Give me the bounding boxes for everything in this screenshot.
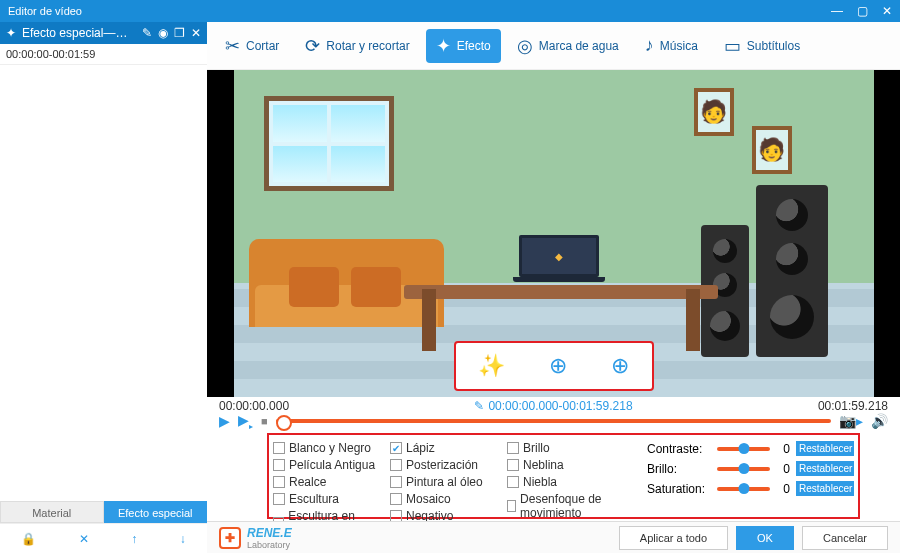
effect-checkbox[interactable]: Película Antigua: [273, 458, 390, 472]
lock-icon[interactable]: 🔒: [21, 532, 36, 546]
checkbox-icon: [273, 459, 285, 471]
toolbar-watermark[interactable]: ◎Marca de agua: [507, 29, 629, 63]
clip-timecode: 00:00:00-00:01:59: [0, 44, 207, 65]
contrast-label: Contraste:: [647, 442, 711, 456]
stop-button[interactable]: ■: [261, 415, 268, 427]
time-range: 00:00:00.000-00:01:59.218: [488, 399, 632, 413]
timeline: 00:00:00.000 ✎00:00:00.000-00:01:59.218 …: [207, 397, 900, 431]
play-range-button[interactable]: ▶▸: [238, 412, 253, 431]
effect-checkbox[interactable]: Niebla: [507, 475, 624, 489]
contrast-slider[interactable]: [717, 447, 770, 451]
effect-label: Blanco y Negro: [289, 441, 371, 455]
marker-button[interactable]: ⊕: [611, 353, 629, 379]
move-down-icon[interactable]: ↓: [180, 532, 186, 546]
edit-range-icon[interactable]: ✎: [474, 399, 484, 413]
cut-icon: ✂: [225, 35, 240, 57]
copy-icon[interactable]: ❐: [174, 26, 185, 40]
effect-label: Niebla: [523, 475, 557, 489]
ok-button[interactable]: OK: [736, 526, 794, 550]
effect-label: Desenfoque de movimiento: [520, 492, 624, 520]
checkbox-icon: [507, 500, 516, 512]
effect-checkbox[interactable]: Realce: [273, 475, 390, 489]
brightness-slider[interactable]: [717, 467, 770, 471]
visibility-icon[interactable]: ◉: [158, 26, 168, 40]
delete-icon[interactable]: ✕: [191, 26, 201, 40]
effect-label: Pintura al óleo: [406, 475, 483, 489]
effect-checkbox[interactable]: Brillo: [507, 441, 624, 455]
play-button[interactable]: ▶: [219, 413, 230, 429]
brightness-value: 0: [776, 462, 790, 476]
wand-icon: ✦: [6, 26, 16, 40]
brightness-reset-button[interactable]: Restablecer: [796, 461, 854, 476]
saturation-value: 0: [776, 482, 790, 496]
effect-checkbox[interactable]: Mosaico: [390, 492, 507, 506]
toolbar-subtitles[interactable]: ▭Subtítulos: [714, 29, 810, 63]
brightness-row: Brillo: 0 Restablecer: [647, 461, 854, 476]
effect-checkbox[interactable]: ✔Lápiz: [390, 441, 507, 455]
clip-row[interactable]: ✦ Efecto especial———... ✎ ◉ ❐ ✕: [0, 22, 207, 44]
effect-checkbox[interactable]: Pintura al óleo: [390, 475, 507, 489]
tab-material[interactable]: Material: [0, 501, 104, 523]
effect-checkbox[interactable]: Blanco y Negro: [273, 441, 390, 455]
checkbox-icon: [507, 459, 519, 471]
music-icon: ♪: [645, 35, 654, 56]
effect-label: Escultura: [289, 492, 339, 506]
checkbox-icon: [390, 459, 402, 471]
contrast-value: 0: [776, 442, 790, 456]
toolbar-effect[interactable]: ✦Efecto: [426, 29, 501, 63]
effect-icon: ✦: [436, 35, 451, 57]
sidebar-tools: 🔒 ✕ ↑ ↓: [0, 523, 207, 553]
window-buttons: — ▢ ✕: [831, 4, 892, 18]
toolbar-rotate[interactable]: ⟳Rotar y recortar: [295, 29, 419, 63]
saturation-slider[interactable]: [717, 487, 770, 491]
window-title: Editor de vídeo: [8, 5, 82, 17]
close-icon[interactable]: ✕: [882, 4, 892, 18]
maximize-icon[interactable]: ▢: [857, 4, 868, 18]
saturation-row: Saturation: 0 Restablecer: [647, 481, 854, 496]
footer: ✚ RENE.E Laboratory Aplicar a todo OK Ca…: [207, 521, 900, 553]
edit-icon[interactable]: ✎: [142, 26, 152, 40]
move-up-icon[interactable]: ↑: [131, 532, 137, 546]
saturation-label: Saturation:: [647, 482, 711, 496]
content: ✂Cortar ⟳Rotar y recortar ✦Efecto ◎Marca…: [207, 22, 900, 553]
sidebar: ✦ Efecto especial———... ✎ ◉ ❐ ✕ 00:00:00…: [0, 22, 207, 553]
effect-label: Película Antigua: [289, 458, 375, 472]
remove-icon[interactable]: ✕: [79, 532, 89, 546]
checkbox-icon: [507, 442, 519, 454]
checkbox-icon: [390, 476, 402, 488]
effects-columns: Blanco y NegroPelícula AntiguaRealceEscu…: [269, 435, 628, 517]
apply-all-button[interactable]: Aplicar a todo: [619, 526, 728, 550]
effect-label: Posterización: [406, 458, 478, 472]
volume-icon[interactable]: 🔊: [871, 413, 888, 429]
minimize-icon[interactable]: —: [831, 4, 843, 18]
magic-wand-button[interactable]: ✨: [478, 353, 505, 379]
toolbar-music[interactable]: ♪Música: [635, 29, 708, 62]
preview-frame: 🧑 🧑 ◆ ✨ ⊕ ⊕: [234, 70, 874, 397]
effect-checkbox[interactable]: Desenfoque de movimiento: [507, 492, 624, 520]
saturation-reset-button[interactable]: Restablecer: [796, 481, 854, 496]
brand: ✚ RENE.E Laboratory: [219, 526, 292, 550]
effect-label: Brillo: [523, 441, 550, 455]
brand-sub: Laboratory: [247, 540, 292, 550]
subtitles-icon: ▭: [724, 35, 741, 57]
effect-checkbox[interactable]: Neblina: [507, 458, 624, 472]
tab-effect[interactable]: Efecto especial: [104, 501, 208, 523]
effect-checkbox[interactable]: Escultura: [273, 492, 390, 506]
snapshot-icon[interactable]: 📷▸: [839, 413, 863, 429]
contrast-reset-button[interactable]: Restablecer: [796, 441, 854, 456]
checkbox-icon: [273, 493, 285, 505]
rotate-icon: ⟳: [305, 35, 320, 57]
watermark-icon: ◎: [517, 35, 533, 57]
effect-checkbox[interactable]: Posterización: [390, 458, 507, 472]
cancel-button[interactable]: Cancelar: [802, 526, 888, 550]
adjustments: Contraste: 0 Restablecer Brillo: 0 Resta…: [628, 435, 858, 517]
zoom-in-button[interactable]: ⊕: [549, 353, 567, 379]
contrast-row: Contraste: 0 Restablecer: [647, 441, 854, 456]
sidebar-tabs: Material Efecto especial: [0, 501, 207, 523]
brand-logo-icon: ✚: [219, 527, 241, 549]
toolbar-cut[interactable]: ✂Cortar: [215, 29, 289, 63]
effect-label: Mosaico: [406, 492, 451, 506]
brightness-label: Brillo:: [647, 462, 711, 476]
scrubber[interactable]: [276, 419, 831, 423]
main-toolbar: ✂Cortar ⟳Rotar y recortar ✦Efecto ◎Marca…: [207, 22, 900, 70]
